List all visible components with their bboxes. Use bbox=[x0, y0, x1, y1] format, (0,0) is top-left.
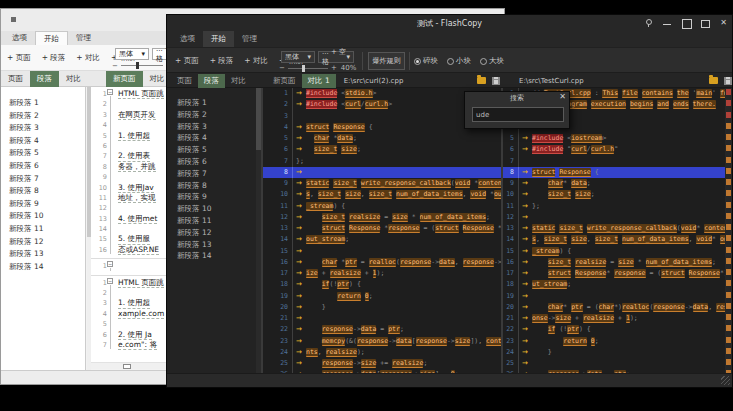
zoom-slider[interactable]: − + 40% bbox=[279, 63, 359, 73]
menu-tab-开始[interactable]: 开始 bbox=[35, 31, 68, 45]
toolbar-button[interactable]: + 页面 bbox=[175, 56, 199, 66]
list-item[interactable]: 新段落 6 bbox=[1, 160, 85, 173]
list-item[interactable]: 新段落 12 bbox=[1, 236, 85, 249]
code-line[interactable]: 23→ return 0; bbox=[503, 336, 732, 347]
menu-tab-管理[interactable]: 管理 bbox=[68, 31, 99, 45]
slider-track[interactable] bbox=[288, 68, 328, 69]
list-item[interactable]: 新段落 1 bbox=[167, 97, 261, 109]
code-line[interactable]: 12→ bbox=[503, 212, 732, 223]
code-line[interactable]: 18→ut_stream; bbox=[503, 279, 732, 290]
collapse-icon[interactable]: − bbox=[107, 278, 113, 284]
menu-tab-选项[interactable]: 选项 bbox=[4, 31, 35, 45]
code-line[interactable]: 9→ char* data; bbox=[503, 178, 732, 189]
code-line[interactable]: 20→ char* ptr = (char*)realloc(response-… bbox=[503, 302, 732, 313]
list-item[interactable]: 新段落 4 bbox=[167, 132, 261, 144]
slider-track[interactable] bbox=[121, 65, 163, 66]
code-line[interactable]: 11→}; bbox=[503, 201, 732, 212]
fullscreen-icon[interactable] bbox=[682, 19, 690, 27]
code-line[interactable]: 22→ response->data = ptr; bbox=[263, 324, 501, 335]
open-folder-icon[interactable] bbox=[709, 77, 718, 84]
list-item[interactable]: 新段落 9 bbox=[167, 191, 261, 203]
panel-tab-段落[interactable]: 段落 bbox=[198, 74, 225, 88]
code-line[interactable]: 14→out_stream; bbox=[263, 234, 501, 245]
menu-tab-选项[interactable]: 选项 bbox=[172, 31, 203, 47]
explode-rules-button[interactable]: 爆炸规则 bbox=[368, 52, 405, 70]
list-item[interactable]: 新段落 5 bbox=[1, 147, 85, 160]
list-item[interactable]: 新段落 4 bbox=[1, 135, 85, 148]
doc-tab[interactable]: 新页面 bbox=[106, 71, 143, 87]
code-line[interactable]: 10→ size_t size; bbox=[503, 189, 732, 200]
slider-knob[interactable] bbox=[302, 65, 305, 72]
list-item[interactable]: 新段落 2 bbox=[1, 110, 85, 123]
menu-tab-管理[interactable]: 管理 bbox=[234, 31, 265, 47]
slider-plus-icon[interactable]: + bbox=[331, 64, 337, 72]
list-item[interactable]: 新段落 3 bbox=[1, 122, 85, 135]
code-line[interactable]: 15→ bbox=[263, 246, 501, 257]
list-item[interactable]: 新段落 9 bbox=[1, 198, 85, 211]
code-line[interactable]: 16→ size_t realsize = size * num_of_data… bbox=[503, 257, 732, 268]
overview-ruler[interactable] bbox=[725, 88, 732, 373]
list-item[interactable]: 新段落 7 bbox=[1, 173, 85, 186]
list-item[interactable]: 新段落 11 bbox=[167, 215, 261, 227]
list-item[interactable]: 新段落 14 bbox=[1, 261, 85, 274]
font-combo[interactable]: 黑体 ▾ bbox=[115, 48, 149, 60]
radio-小块[interactable]: 小块 bbox=[447, 56, 471, 66]
list-item[interactable]: 新段落 10 bbox=[167, 203, 261, 215]
code-line[interactable]: 25→ bbox=[503, 358, 732, 369]
code-line[interactable]: 5→ char *data; bbox=[263, 133, 501, 144]
code-line[interactable]: 21→ bbox=[263, 313, 501, 324]
list-item[interactable]: 新段落 13 bbox=[167, 239, 261, 251]
space-combo[interactable]: ... + 空格 ▾ bbox=[318, 51, 354, 63]
panel-tab-对比[interactable]: 对比 bbox=[225, 74, 252, 88]
list-item[interactable]: 新段落 14 bbox=[167, 250, 261, 262]
scrollbar-thumb[interactable] bbox=[123, 364, 131, 369]
code-line[interactable]: 16→ char *ptr = realloc(response->data, … bbox=[263, 257, 501, 268]
code-line[interactable]: 23→ memcpy(&(response->data[response->si… bbox=[263, 336, 501, 347]
code-line[interactable]: 15→_stream) { bbox=[503, 246, 732, 257]
toolbar-button[interactable]: + 对比 bbox=[76, 53, 100, 63]
code-line[interactable]: 6→#include "curl/curl.h" bbox=[503, 144, 732, 155]
close-icon[interactable]: ✕ bbox=[559, 93, 566, 101]
pin-icon[interactable] bbox=[644, 19, 652, 27]
menu-tab-开始[interactable]: 开始 bbox=[203, 31, 234, 47]
open-folder-icon[interactable] bbox=[477, 77, 486, 84]
toolbar-button[interactable]: + 对比 bbox=[244, 56, 268, 66]
code-line[interactable]: 13→ struct Response *response = (struct … bbox=[263, 223, 501, 234]
dark-titlebar[interactable]: 测试 - FlashCopy ✕ bbox=[167, 15, 732, 31]
code-line[interactable]: 25→ response->size += realsize; bbox=[263, 358, 501, 369]
code-line[interactable]: 24→ } bbox=[503, 347, 732, 358]
list-item[interactable]: 新段落 3 bbox=[167, 121, 261, 133]
code-line[interactable]: 7 bbox=[503, 156, 732, 167]
code-line[interactable]: 8→struct Response { bbox=[503, 167, 732, 178]
list-item[interactable]: 新段落 13 bbox=[1, 248, 85, 261]
save-icon[interactable] bbox=[724, 77, 732, 85]
search-input[interactable] bbox=[472, 107, 564, 122]
code-line[interactable]: 7}; bbox=[263, 156, 501, 167]
dark-sidebar-scrollbar[interactable] bbox=[256, 88, 261, 373]
code-line[interactable]: 22→ if (!ptr) { bbox=[503, 324, 732, 335]
code-line[interactable]: 6→ size_t size; bbox=[263, 144, 501, 155]
maximize-icon[interactable] bbox=[701, 19, 709, 27]
code-line[interactable]: 8→ bbox=[263, 167, 501, 178]
list-item[interactable]: 新段落 6 bbox=[167, 156, 261, 168]
resize-grip[interactable] bbox=[721, 376, 730, 385]
code-line[interactable]: 20→ } bbox=[263, 302, 501, 313]
code-line[interactable]: 14→s, size_t size, size_t num_of_data_it… bbox=[503, 234, 732, 245]
code-line[interactable]: 12→ size_t realsize = size * num_of_data… bbox=[263, 212, 501, 223]
scrollbar-thumb[interactable] bbox=[256, 88, 261, 150]
toolbar-button[interactable]: + 页面 bbox=[7, 53, 31, 63]
slider-minus-icon[interactable]: − bbox=[279, 64, 285, 72]
list-item[interactable]: 新段落 10 bbox=[1, 210, 85, 223]
doc-tab[interactable]: 新页面 bbox=[267, 74, 302, 88]
slider-minus-icon[interactable]: − bbox=[112, 62, 118, 70]
panel-tab-对比[interactable]: 对比 bbox=[59, 71, 88, 87]
list-item[interactable]: 新段落 8 bbox=[1, 185, 85, 198]
list-item[interactable]: 新段落 1 bbox=[1, 97, 85, 110]
doc-tab[interactable]: 对比 1 bbox=[302, 74, 336, 88]
radio-大块[interactable]: 大块 bbox=[480, 56, 504, 66]
list-item[interactable]: 新段落 12 bbox=[167, 227, 261, 239]
panel-tab-页面[interactable]: 页面 bbox=[1, 71, 30, 87]
panel-tab-页面[interactable]: 页面 bbox=[171, 74, 198, 88]
radio-碎块[interactable]: 碎块 bbox=[414, 56, 438, 66]
collapse-icon[interactable]: − bbox=[107, 261, 113, 267]
